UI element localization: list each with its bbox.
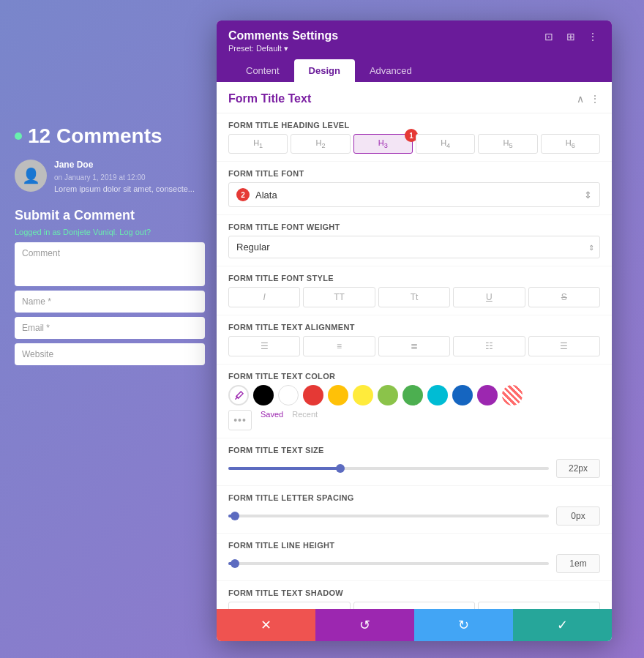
text-size-slider-row: 22px (228, 459, 600, 478)
tab-content[interactable]: Content (231, 59, 294, 82)
style-capitalize-btn[interactable]: Tt (378, 287, 450, 307)
modal-body: Form Title Text ∧ ⋮ Form Title Heading L… (217, 82, 612, 609)
color-light-green[interactable] (378, 385, 398, 405)
name-input-bg: Name * (15, 291, 205, 313)
heading-h4-btn[interactable]: H4 (416, 134, 475, 154)
text-size-value[interactable]: 22px (556, 459, 600, 478)
align-right-btn[interactable]: ≣ (378, 336, 450, 356)
shadow-heavy-btn[interactable]: aA (478, 602, 600, 609)
color-blue[interactable] (452, 385, 473, 405)
text-size-fill (228, 467, 340, 470)
font-row: Form Title Font 2 Alata ⇕ (217, 162, 612, 215)
color-amber[interactable] (328, 385, 348, 405)
more-icon[interactable]: ⋮ (585, 29, 600, 44)
align-justify-btn[interactable]: ☷ (453, 336, 525, 356)
tabs: Content Design Advanced (228, 59, 600, 82)
avatar: 👤 (15, 160, 47, 192)
letter-spacing-row: Form Title Letter Spacing 0px (217, 486, 612, 534)
fullscreen-icon[interactable]: ⊡ (542, 29, 556, 44)
shadow-none-btn[interactable] (228, 602, 351, 609)
color-dots-row: ••• Saved Recent (228, 410, 600, 430)
text-align-label: Form Title Text Alignment (228, 323, 600, 332)
line-height-slider-row: 1em (228, 554, 600, 573)
heading-buttons: H1 H2 H3 1 H4 H5 H6 (228, 134, 600, 154)
text-color-label: Form Title Text Color (228, 372, 600, 381)
modal-preset[interactable]: Preset: Default ▾ (228, 44, 338, 53)
heading-h2-btn[interactable]: H2 (291, 134, 350, 154)
line-height-thumb[interactable] (231, 559, 239, 568)
more-colors-btn[interactable]: ••• (228, 410, 252, 430)
modal-title: Comments Settings (228, 29, 338, 42)
recent-colors-btn[interactable]: Recent (292, 410, 318, 430)
color-striped[interactable] (502, 385, 523, 405)
heading-h6-btn[interactable]: H6 (541, 134, 600, 154)
font-select-wrapper: 2 Alata ⇕ (228, 182, 600, 207)
saved-colors-btn[interactable]: Saved (261, 410, 283, 430)
text-size-track[interactable] (228, 467, 549, 470)
color-black[interactable] (253, 385, 274, 405)
line-height-row: Form Title Line Height 1em (217, 534, 612, 581)
font-weight-select[interactable]: Regular Bold Light (228, 236, 600, 258)
color-white[interactable] (278, 385, 299, 405)
font-dropdown-inner: 2 Alata (236, 188, 277, 201)
collapse-icon[interactable]: ∧ (577, 93, 584, 105)
line-height-track[interactable] (228, 562, 549, 565)
font-dropdown[interactable]: 2 Alata ⇕ (228, 182, 600, 207)
align-left-btn[interactable]: ☰ (228, 336, 300, 356)
color-red[interactable] (303, 385, 323, 405)
color-picker-btn[interactable] (228, 385, 249, 405)
layout-icon[interactable]: ⊞ (564, 29, 578, 44)
section-title: Form Title Text (228, 92, 311, 105)
color-yellow[interactable] (353, 385, 373, 405)
confirm-button[interactable]: ✓ (513, 609, 612, 641)
background-content: 12 Comments 👤 Jane Doe on January 1, 201… (15, 124, 220, 370)
section-header: Form Title Text ∧ ⋮ (217, 82, 612, 113)
text-size-row: Form Title Text Size 22px (217, 438, 612, 486)
cancel-button[interactable]: ✕ (217, 609, 315, 641)
heading-level-label: Form Title Heading Level (228, 121, 600, 130)
settings-modal: Comments Settings Preset: Default ▾ ⊡ ⊞ … (217, 20, 612, 641)
font-style-row: Form Title Font Style I TT Tt U S (217, 266, 612, 315)
letter-spacing-value[interactable]: 0px (556, 506, 600, 526)
line-height-label: Form Title Line Height (228, 541, 600, 550)
style-strikethrough-btn[interactable]: S (528, 287, 600, 307)
undo-button[interactable]: ↺ (315, 609, 414, 641)
comment-item: 👤 Jane Doe on January 1, 2019 at 12:00 L… (15, 160, 220, 193)
font-weight-select-wrapper: Regular Bold Light (228, 236, 600, 258)
text-size-thumb[interactable] (336, 464, 345, 473)
letter-spacing-track[interactable] (228, 515, 549, 517)
font-label: Form Title Font (228, 169, 600, 178)
redo-button[interactable]: ↻ (414, 609, 513, 641)
align-center-btn[interactable]: ≡ (303, 336, 375, 356)
letter-spacing-label: Form Title Letter Spacing (228, 493, 600, 502)
color-purple[interactable] (477, 385, 498, 405)
comments-heading: 12 Comments (15, 124, 220, 148)
style-buttons: I TT Tt U S (228, 287, 600, 307)
modal-title-row: Comments Settings Preset: Default ▾ ⊡ ⊞ … (228, 29, 600, 53)
style-uppercase-btn[interactable]: TT (303, 287, 375, 307)
website-input-bg: Website (15, 343, 205, 365)
modal-title-group: Comments Settings Preset: Default ▾ (228, 29, 338, 53)
font-weight-row: Form Title Font Weight Regular Bold Ligh… (217, 215, 612, 266)
login-text: Logged in as Donjete Vuniql. Log out? (15, 228, 220, 236)
shadow-light-btn[interactable]: aA (353, 602, 476, 609)
heading-h5-btn[interactable]: H5 (478, 134, 537, 154)
tab-advanced[interactable]: Advanced (355, 59, 427, 82)
line-height-value[interactable]: 1em (556, 554, 600, 573)
color-swatches (228, 385, 600, 405)
modal-header: Comments Settings Preset: Default ▾ ⊡ ⊞ … (217, 20, 612, 82)
letter-spacing-thumb[interactable] (231, 512, 239, 520)
heading-h3-btn[interactable]: H3 1 (353, 134, 413, 154)
letter-spacing-slider-row: 0px (228, 506, 600, 526)
submit-heading: Submit a Comment (15, 208, 220, 223)
style-italic-btn[interactable]: I (228, 287, 300, 307)
heading-h1-btn[interactable]: H1 (228, 134, 288, 154)
align-last-btn[interactable]: ☰ (528, 336, 600, 356)
style-underline-btn[interactable]: U (453, 287, 525, 307)
color-cyan[interactable] (427, 385, 448, 405)
modal-footer: ✕ ↺ ↻ ✓ (217, 609, 612, 641)
color-green[interactable] (402, 385, 423, 405)
comment-text: Jane Doe on January 1, 2019 at 12:00 Lor… (54, 160, 195, 193)
options-icon[interactable]: ⋮ (590, 93, 600, 105)
tab-design[interactable]: Design (294, 59, 355, 82)
